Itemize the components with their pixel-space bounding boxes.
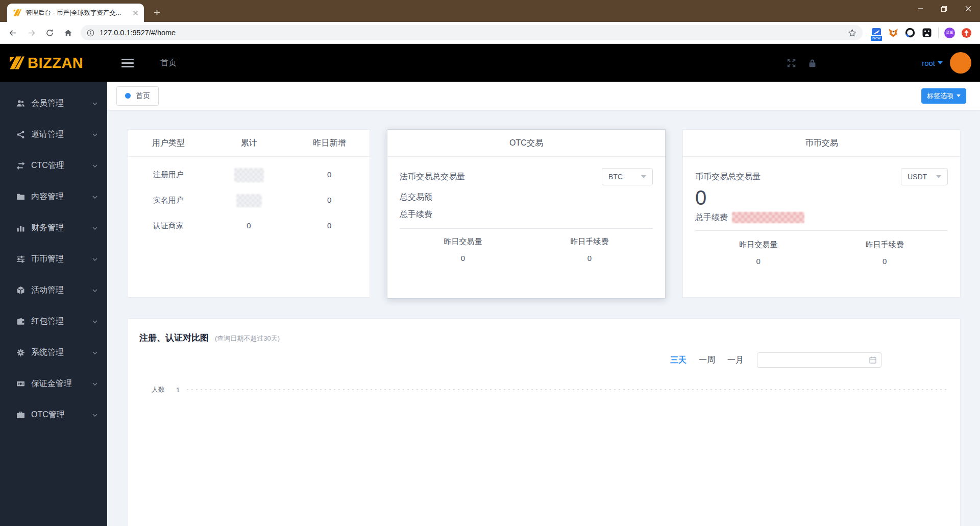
tab-home[interactable]: 首页 — [116, 86, 159, 106]
selected-currency: BTC — [608, 173, 623, 181]
sidebar-item-system[interactable]: 系统管理 — [0, 337, 107, 368]
registration-chart-card: 注册、认证对比图 (查询日期不超过30天) 三天 一周 一月 — [128, 318, 961, 526]
range-one-month[interactable]: 一月 — [727, 355, 744, 366]
purple-profile-label: 贤军 — [946, 31, 953, 35]
yesterday-volume-label: 昨日交易量 — [695, 240, 822, 250]
minimize-button[interactable] — [908, 0, 932, 17]
reload-button-icon[interactable] — [42, 25, 57, 40]
divider — [400, 228, 653, 229]
url-text[interactable]: 127.0.0.1:9527/#/home — [100, 29, 843, 37]
sidebar-item-invites[interactable]: 邀请管理 — [0, 119, 107, 150]
user-table-header: 用户类型 累计 昨日新增 — [128, 130, 370, 157]
tag-options-button[interactable]: 标签选项 — [921, 88, 966, 104]
ring-extension-icon[interactable] — [904, 27, 916, 38]
browser-toolbar: 127.0.0.1:9527/#/home New 贤军 — [0, 22, 980, 44]
red-extension-icon[interactable] — [961, 27, 972, 38]
yesterday-fee-value: 0 — [526, 254, 653, 262]
share-icon — [16, 130, 25, 139]
metamask-extension-icon[interactable] — [888, 27, 899, 38]
chevron-down-icon — [936, 175, 941, 178]
yesterday-fee-value: 0 — [822, 257, 948, 266]
sidebar-item-finance[interactable]: 财务管理 — [0, 212, 107, 244]
extension-blue-icon[interactable]: New — [871, 27, 882, 38]
sidebar-item-coin[interactable]: 币币管理 — [0, 244, 107, 275]
coin-volume-label: 币币交易总交易量 — [695, 172, 761, 182]
user-menu[interactable]: root — [922, 59, 943, 67]
chart-axis: 人数 1 — [139, 385, 948, 394]
sidebar: 会员管理 邀请管理 CTC管理 内容管理 财务管理 — [0, 82, 107, 526]
col-total: 累计 — [209, 136, 289, 150]
fullscreen-icon[interactable] — [787, 58, 796, 68]
table-row: 认证商家 0 0 — [128, 218, 370, 233]
url-bar[interactable]: 127.0.0.1:9527/#/home — [81, 25, 863, 40]
chevron-down-icon — [92, 319, 98, 325]
calendar-icon — [869, 356, 877, 364]
sidebar-item-margin[interactable]: 保证金管理 — [0, 368, 107, 399]
range-one-week[interactable]: 一周 — [699, 355, 715, 366]
logo-text: BIZZAN — [28, 55, 83, 71]
app-header: BIZZAN 首页 root — [0, 44, 980, 82]
exchange-icon — [16, 161, 25, 170]
date-input[interactable] — [763, 356, 869, 364]
tab-close-icon[interactable] — [131, 8, 140, 17]
stats-row: 用户类型 累计 昨日新增 注册用户 0 实名用户 0 — [128, 129, 961, 299]
coin-currency-select[interactable]: USDT — [901, 168, 948, 185]
chevron-down-icon — [92, 412, 98, 418]
otc-amount-label: 总交易额 — [400, 190, 653, 204]
site-info-icon[interactable] — [87, 29, 94, 37]
sidebar-item-activity[interactable]: 活动管理 — [0, 275, 107, 306]
username: root — [922, 59, 935, 67]
range-three-days[interactable]: 三天 — [670, 355, 687, 366]
otc-trade-card: OTC交易 法币交易总交易量 BTC 总交易额 总手续费 — [387, 129, 666, 299]
coin-total-volume: 0 — [695, 186, 948, 209]
sidebar-item-label: 币币管理 — [31, 254, 92, 265]
y-axis-tick: 1 — [176, 386, 180, 394]
tab-title: 管理后台 - 币严|全球数字资产交... — [26, 9, 127, 17]
browser-tabstrip: 管理后台 - 币严|全球数字资产交... — [0, 0, 980, 22]
briefcase-icon — [16, 411, 25, 419]
col-yesterday: 昨日新增 — [289, 136, 370, 150]
close-window-button[interactable] — [956, 0, 980, 17]
chevron-down-icon — [92, 256, 98, 262]
otc-currency-select[interactable]: BTC — [602, 168, 653, 185]
dark-extension-icon[interactable] — [921, 27, 933, 38]
forward-button-icon[interactable] — [23, 25, 39, 40]
chevron-down-icon — [92, 163, 98, 169]
sidebar-item-ctc[interactable]: CTC管理 — [0, 150, 107, 181]
redacted-value — [236, 194, 262, 207]
sidebar-item-redpacket[interactable]: 红包管理 — [0, 306, 107, 337]
header-nav-home[interactable]: 首页 — [160, 58, 177, 68]
date-range-picker[interactable] — [757, 352, 881, 368]
active-tab-dot — [125, 93, 131, 99]
browser-tab[interactable]: 管理后台 - 币严|全球数字资产交... — [7, 4, 144, 22]
favicon-bizzan-icon — [13, 9, 21, 17]
restore-button[interactable] — [932, 0, 956, 17]
divider — [695, 230, 948, 231]
new-tab-button[interactable] — [149, 5, 164, 20]
card-title: 币币交易 — [683, 130, 960, 157]
row-yesterday: 0 — [289, 167, 370, 182]
card-title: OTC交易 — [387, 130, 665, 157]
yesterday-volume-value: 0 — [695, 257, 822, 266]
row-total-redacted — [209, 193, 289, 208]
sidebar-item-label: 活动管理 — [31, 285, 92, 296]
sidebar-item-label: CTC管理 — [31, 160, 92, 171]
back-button-icon[interactable] — [5, 25, 20, 40]
purple-profile-badge[interactable]: 贤军 — [944, 28, 955, 38]
avatar[interactable] — [950, 52, 971, 74]
extension-separator — [938, 28, 939, 38]
chevron-down-icon — [92, 288, 98, 294]
home-button-icon[interactable] — [60, 25, 76, 40]
bookmark-star-icon[interactable] — [848, 29, 856, 37]
sidebar-item-content[interactable]: 内容管理 — [0, 181, 107, 212]
sidebar-item-otc[interactable]: OTC管理 — [0, 399, 107, 431]
wallet-icon — [16, 317, 25, 326]
bizzan-logo-icon — [9, 55, 24, 70]
page: 用户类型 累计 昨日新增 注册用户 0 实名用户 0 — [107, 110, 980, 526]
lock-icon[interactable] — [807, 58, 817, 68]
sidebar-toggle-icon[interactable] — [121, 59, 134, 67]
logo[interactable]: BIZZAN — [0, 55, 107, 71]
col-user-type: 用户类型 — [128, 136, 209, 150]
window-controls — [908, 0, 980, 17]
sidebar-item-members[interactable]: 会员管理 — [0, 88, 107, 119]
